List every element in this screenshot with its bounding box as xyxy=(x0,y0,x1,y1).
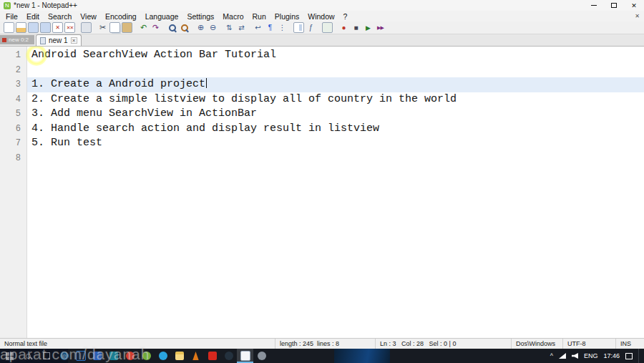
volume-icon[interactable] xyxy=(572,353,578,359)
code-text: Android SearchView Action Bar Tutorial xyxy=(31,49,276,61)
code-line[interactable]: 3. Add menu SearchView in ActionBar xyxy=(27,107,644,122)
maximize-icon xyxy=(611,3,617,8)
code-line[interactable]: 1. Create a Android project xyxy=(27,77,644,92)
notepad-plus-plus-window: *new 1 - Notepad++ ✕ FileEditSearchViewE… xyxy=(0,0,644,363)
menu-item-settings[interactable]: Settings xyxy=(182,11,218,21)
document-icon xyxy=(40,37,46,44)
editor[interactable]: 12345678 Android SearchView Action Bar T… xyxy=(0,47,644,338)
language-indicator[interactable]: ENG xyxy=(584,352,598,359)
record-macro-icon[interactable] xyxy=(338,22,349,33)
save-file-icon[interactable] xyxy=(28,22,39,33)
photoshop-icon[interactable] xyxy=(72,349,89,363)
document-map-icon[interactable] xyxy=(293,22,304,33)
close-all-icon[interactable] xyxy=(64,22,75,33)
menu-item-help[interactable]: ? xyxy=(339,11,352,21)
visual-studio-icon[interactable] xyxy=(105,349,122,363)
opera-icon[interactable] xyxy=(122,349,138,363)
steam-icon[interactable] xyxy=(220,349,237,363)
edge-icon[interactable] xyxy=(56,349,72,363)
code-line[interactable] xyxy=(27,151,644,166)
menu-item-encoding[interactable]: Encoding xyxy=(101,11,141,21)
zoom-out-icon[interactable] xyxy=(208,22,218,33)
show-all-characters-icon[interactable] xyxy=(265,22,275,33)
replace-icon[interactable] xyxy=(179,22,190,33)
close-button[interactable]: ✕ xyxy=(624,0,644,11)
new-file-icon[interactable] xyxy=(4,22,14,33)
code-text: 2. Create a simple listview to display a… xyxy=(31,93,457,105)
menu-item-window[interactable]: Window xyxy=(303,11,338,21)
task-view-icon xyxy=(43,352,50,359)
indent-guide-icon[interactable] xyxy=(277,22,288,33)
menu-item-file[interactable]: File xyxy=(1,11,22,21)
monitor-icon[interactable] xyxy=(322,22,333,33)
minimize-button[interactable] xyxy=(584,0,604,11)
search-icon xyxy=(26,354,31,359)
title-bar[interactable]: *new 1 - Notepad++ ✕ xyxy=(0,0,644,11)
tab-new-1[interactable]: new 1 ✕ xyxy=(36,34,82,46)
android-studio-icon[interactable] xyxy=(138,349,155,363)
taskbar-search-button[interactable] xyxy=(19,349,37,363)
settings-icon[interactable] xyxy=(253,349,270,363)
save-all-icon[interactable] xyxy=(40,22,51,33)
toolbar xyxy=(0,21,644,34)
menu-close-icon[interactable]: ✕ xyxy=(630,13,644,19)
word-wrap-icon[interactable] xyxy=(253,22,263,33)
sync-vertical-scroll-icon[interactable] xyxy=(224,22,235,33)
windows-logo-icon xyxy=(6,352,14,360)
vlc-icon[interactable] xyxy=(187,349,204,363)
menu-item-search[interactable]: Search xyxy=(44,11,76,21)
menu-items: FileEditSearchViewEncodingLanguageSettin… xyxy=(1,11,351,21)
action-center-icon[interactable] xyxy=(625,353,633,359)
notepad-plus-plus-icon[interactable] xyxy=(237,349,253,363)
find-icon[interactable] xyxy=(167,22,177,33)
code-line[interactable]: 4. Handle search action and display resu… xyxy=(27,122,644,137)
clock[interactable]: 17:46 xyxy=(603,352,620,359)
open-file-icon[interactable] xyxy=(16,22,26,33)
start-button[interactable] xyxy=(0,349,19,363)
task-view-button[interactable] xyxy=(37,349,56,363)
eol-format-status: Dos\Windows xyxy=(511,339,562,349)
run-macro-icon[interactable] xyxy=(375,22,386,33)
menu-item-edit[interactable]: Edit xyxy=(22,11,44,21)
minimize-icon xyxy=(591,5,597,6)
menu-item-run[interactable]: Run xyxy=(248,11,270,21)
youtube-icon[interactable] xyxy=(204,349,220,363)
print-icon[interactable] xyxy=(81,22,92,33)
text-caret xyxy=(206,78,207,88)
taskbar: ^ ENG 17:46 xyxy=(0,349,644,363)
tab-label: new 1 xyxy=(49,37,68,44)
code-line[interactable]: Android SearchView Action Bar Tutorial xyxy=(27,48,644,63)
menu-bar: FileEditSearchViewEncodingLanguageSettin… xyxy=(0,11,644,21)
sync-horizontal-scroll-icon[interactable] xyxy=(236,22,247,33)
stop-macro-icon[interactable] xyxy=(351,22,361,33)
taskbar-apps xyxy=(56,349,270,363)
menu-item-language[interactable]: Language xyxy=(141,11,183,21)
code-line[interactable]: 5. Run test xyxy=(27,136,644,151)
paste-icon[interactable] xyxy=(122,22,132,33)
copy-icon[interactable] xyxy=(109,22,120,33)
menu-item-view[interactable]: View xyxy=(76,11,101,21)
code-text: 4. Handle search action and display resu… xyxy=(31,122,379,135)
telegram-icon[interactable] xyxy=(155,349,171,363)
zoom-in-icon[interactable] xyxy=(195,22,206,33)
code-line[interactable] xyxy=(27,63,644,78)
maximize-button[interactable] xyxy=(604,0,624,11)
cut-icon[interactable] xyxy=(97,22,108,33)
code-area[interactable]: Android SearchView Action Bar Tutorial1.… xyxy=(27,47,644,338)
close-file-icon[interactable] xyxy=(52,22,63,33)
function-list-icon[interactable] xyxy=(306,22,316,33)
redo-icon[interactable] xyxy=(150,22,161,33)
file-explorer-icon[interactable] xyxy=(171,349,187,363)
line-number: 7 xyxy=(0,136,21,151)
tab-close-icon[interactable]: ✕ xyxy=(71,37,77,44)
code-line[interactable]: 2. Create a simple listview to display a… xyxy=(27,92,644,107)
show-desktop-button[interactable] xyxy=(638,349,641,363)
playback-macro-icon[interactable] xyxy=(363,22,374,33)
statusbar: Normal text filelength : 245 lines : 8Ln… xyxy=(0,338,644,349)
undo-icon[interactable] xyxy=(138,22,149,33)
chevron-up-icon[interactable]: ^ xyxy=(550,352,553,359)
menu-item-macro[interactable]: Macro xyxy=(218,11,248,21)
word-icon[interactable] xyxy=(89,349,105,363)
menu-item-plugins[interactable]: Plugins xyxy=(270,11,303,21)
network-icon[interactable] xyxy=(559,353,566,359)
